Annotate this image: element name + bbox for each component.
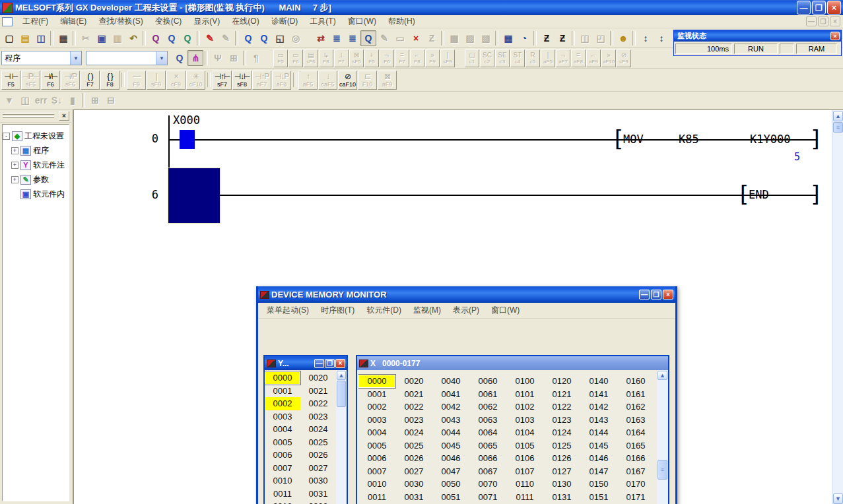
x-device-cell[interactable]: 0070: [469, 478, 506, 491]
zoom-in-icon[interactable]: Q: [240, 30, 256, 46]
x-device-cell[interactable]: 0064: [469, 426, 506, 439]
find-device-icon[interactable]: Q: [164, 30, 180, 46]
x-device-cell[interactable]: 0121: [543, 388, 580, 401]
data-type-combobox[interactable]: 程序 ▼: [1, 51, 82, 65]
y-device-cell[interactable]: 0005: [265, 436, 300, 449]
block-combobox[interactable]: ▼: [86, 51, 168, 65]
x-device-cell[interactable]: 0161: [617, 388, 654, 401]
x-device-cell[interactable]: 0171: [617, 491, 654, 504]
x-device-cell[interactable]: 0102: [506, 400, 543, 414]
x-device-cell[interactable]: 0020: [395, 375, 432, 388]
comment-search-icon[interactable]: Q: [172, 50, 187, 66]
x-device-cell[interactable]: 0170: [617, 478, 654, 491]
tree-expander[interactable]: +: [11, 162, 18, 169]
y-vertical-scrollbar[interactable]: ▲: [336, 370, 347, 504]
menu-item[interactable]: 表示(P): [447, 303, 485, 317]
step-over-icon[interactable]: Ƶ: [555, 30, 570, 46]
x-device-cell[interactable]: 0024: [395, 426, 432, 439]
menu-item[interactable]: 编辑(E): [54, 15, 92, 28]
tree-item-参数[interactable]: +✎参数: [3, 172, 69, 187]
x-device-cell[interactable]: 0045: [432, 439, 469, 453]
x-device-cell[interactable]: 0111: [506, 491, 543, 504]
open-contact-button[interactable]: ⊣ ⊢F5: [1, 71, 20, 90]
x-device-cell[interactable]: 0146: [580, 452, 617, 465]
x-device-cell[interactable]: 0162: [617, 400, 654, 414]
x-device-cell[interactable]: 0126: [543, 452, 580, 465]
menu-item[interactable]: 帮助(H): [382, 15, 421, 28]
y-device-cell[interactable]: 0025: [300, 436, 336, 449]
y-device-cell[interactable]: 0000: [265, 371, 300, 385]
x-device-cell[interactable]: 0002: [358, 400, 395, 414]
zoom-out-icon[interactable]: Q: [256, 30, 272, 46]
x-device-cell[interactable]: 0110: [506, 478, 543, 491]
x-device-cell[interactable]: 0166: [617, 452, 654, 465]
x-vertical-scrollbar[interactable]: ▲ ≡ ▼: [657, 370, 668, 504]
x-device-cell[interactable]: 0062: [469, 400, 506, 414]
x-device-cell[interactable]: 0101: [506, 388, 543, 401]
x-device-cell[interactable]: 0147: [580, 465, 617, 478]
x-device-cell[interactable]: 0145: [580, 439, 617, 453]
menu-item[interactable]: 工程(F): [17, 15, 54, 28]
x-device-cell[interactable]: 0164: [617, 426, 654, 439]
tree-item-程序[interactable]: +▦程序: [3, 143, 69, 158]
dock-grip[interactable]: [3, 116, 54, 118]
x-device-cell[interactable]: 0104: [506, 426, 543, 439]
x-device-cell[interactable]: 0140: [580, 375, 617, 388]
find-icon[interactable]: Q: [148, 30, 164, 46]
x-device-cell[interactable]: 0141: [580, 388, 617, 401]
dock-grip[interactable]: [3, 113, 54, 115]
x-device-cell[interactable]: 0120: [543, 375, 580, 388]
x-device-cell[interactable]: 0063: [469, 414, 506, 427]
x-device-cell[interactable]: 0051: [432, 491, 469, 504]
y-device-cell[interactable]: 0002: [265, 397, 300, 410]
project-data-list-icon[interactable]: ◱: [272, 30, 288, 46]
x-device-cell[interactable]: 0025: [395, 439, 432, 453]
monitor-mode-icon[interactable]: Q: [360, 30, 376, 46]
x-device-cell[interactable]: 0067: [469, 465, 506, 478]
x-device-cell[interactable]: 0007: [358, 465, 395, 478]
x-device-cell[interactable]: 0004: [358, 426, 395, 439]
minimize-button[interactable]: —: [797, 1, 811, 15]
x-device-cell[interactable]: 0160: [617, 375, 654, 388]
tree-item-工程未设置[interactable]: -◆工程未设置: [3, 129, 69, 143]
close-button[interactable]: ×: [827, 1, 841, 15]
scroll-thumb[interactable]: ≡: [658, 460, 667, 480]
menu-item[interactable]: 诊断(D): [265, 15, 304, 28]
keyword-icon[interactable]: ☻: [615, 30, 631, 46]
y-device-cell[interactable]: 0024: [300, 423, 336, 436]
close-button[interactable]: ×: [663, 290, 673, 299]
plc-write-icon[interactable]: ⇄: [313, 30, 329, 46]
y-device-cell[interactable]: 0021: [300, 385, 336, 398]
x-device-cell[interactable]: 0127: [543, 465, 580, 478]
x-device-cell[interactable]: 0021: [395, 388, 432, 401]
ladder-monitor-icon[interactable]: ≣: [329, 30, 345, 46]
x-device-cell[interactable]: 0003: [358, 414, 395, 427]
application-instruction-button[interactable]: { }F8: [100, 71, 119, 90]
x-device-cell[interactable]: 0151: [580, 491, 617, 504]
x-device-cell[interactable]: 0001: [358, 388, 395, 401]
x-device-cell[interactable]: 0106: [506, 452, 543, 465]
tree-item-软元件注[interactable]: +Y软元件注: [3, 158, 69, 172]
y-device-cell[interactable]: 0027: [300, 462, 336, 475]
x-device-cell[interactable]: 0040: [432, 375, 469, 388]
x-device-cell[interactable]: 0023: [395, 414, 432, 427]
x-device-cell[interactable]: 0143: [580, 414, 617, 427]
tree-expander[interactable]: +: [11, 147, 18, 154]
x-device-cell[interactable]: 0131: [543, 491, 580, 504]
statement-tree-icon[interactable]: ⋔: [187, 50, 203, 66]
x-device-cell[interactable]: 0065: [469, 439, 506, 453]
x-device-cell[interactable]: 0005: [358, 439, 395, 453]
y-device-cell[interactable]: 0012: [265, 500, 300, 504]
x-device-grid[interactable]: 0000002000400060010001200140016000010021…: [358, 370, 657, 504]
x-device-cell[interactable]: 0103: [506, 414, 543, 427]
x-device-cell[interactable]: 0006: [358, 452, 395, 465]
x-device-cell[interactable]: 0071: [469, 491, 506, 504]
y-device-cell[interactable]: 0026: [300, 449, 336, 462]
menu-item[interactable]: 窗口(W): [342, 15, 382, 28]
close-icon[interactable]: ×: [830, 32, 840, 40]
x-device-cell[interactable]: 0026: [395, 452, 432, 465]
x-window-titlebar[interactable]: X 0000-0177: [357, 356, 668, 370]
x-device-cell[interactable]: 0167: [617, 465, 654, 478]
y-window-titlebar[interactable]: Y... — ❐ ×: [265, 356, 347, 370]
device-test-icon[interactable]: ✎: [202, 30, 218, 46]
